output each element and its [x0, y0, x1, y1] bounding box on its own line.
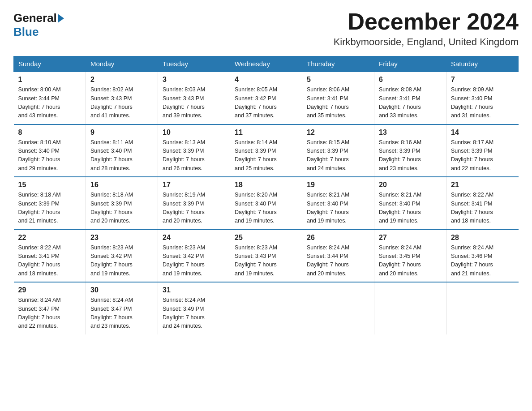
- day-info: Sunrise: 8:24 AM Sunset: 3:47 PM Dayligh…: [90, 296, 153, 331]
- day-number: 16: [90, 181, 153, 189]
- day-info: Sunrise: 8:24 AM Sunset: 3:45 PM Dayligh…: [379, 244, 442, 278]
- day-number: 21: [451, 181, 514, 189]
- day-info: Sunrise: 8:16 AM Sunset: 3:39 PM Dayligh…: [379, 138, 442, 173]
- calendar-day-cell: 5 Sunrise: 8:06 AM Sunset: 3:41 PM Dayli…: [302, 72, 374, 124]
- calendar-day-cell: 10 Sunrise: 8:13 AM Sunset: 3:39 PM Dayl…: [158, 124, 230, 177]
- day-info: Sunrise: 8:02 AM Sunset: 3:43 PM Dayligh…: [90, 86, 153, 120]
- calendar-day-cell: [374, 282, 446, 334]
- day-of-week-header: Friday: [374, 56, 446, 72]
- day-info: Sunrise: 8:13 AM Sunset: 3:39 PM Dayligh…: [163, 138, 225, 173]
- day-number: 27: [379, 234, 442, 242]
- calendar-week-row: 22 Sunrise: 8:22 AM Sunset: 3:41 PM Dayl…: [14, 230, 519, 283]
- calendar-day-cell: 15 Sunrise: 8:18 AM Sunset: 3:39 PM Dayl…: [14, 177, 86, 230]
- calendar-day-cell: 31 Sunrise: 8:24 AM Sunset: 3:49 PM Dayl…: [158, 282, 230, 334]
- day-of-week-header: Wednesday: [230, 56, 302, 72]
- calendar-day-cell: 11 Sunrise: 8:14 AM Sunset: 3:39 PM Dayl…: [230, 124, 302, 177]
- day-info: Sunrise: 8:20 AM Sunset: 3:40 PM Dayligh…: [235, 191, 297, 226]
- day-info: Sunrise: 8:00 AM Sunset: 3:44 PM Dayligh…: [18, 86, 82, 120]
- day-info: Sunrise: 8:23 AM Sunset: 3:42 PM Dayligh…: [163, 244, 225, 278]
- calendar-day-cell: 24 Sunrise: 8:23 AM Sunset: 3:42 PM Dayl…: [158, 230, 230, 283]
- day-info: Sunrise: 8:18 AM Sunset: 3:39 PM Dayligh…: [18, 191, 82, 226]
- logo-arrow-icon: [58, 14, 64, 23]
- day-of-week-header: Saturday: [446, 56, 519, 72]
- day-info: Sunrise: 8:23 AM Sunset: 3:42 PM Dayligh…: [90, 244, 153, 278]
- month-year-title: December 2024: [334, 9, 519, 34]
- calendar-day-cell: [230, 282, 302, 334]
- calendar-day-cell: 29 Sunrise: 8:24 AM Sunset: 3:47 PM Dayl…: [14, 282, 86, 334]
- day-info: Sunrise: 8:22 AM Sunset: 3:41 PM Dayligh…: [18, 244, 82, 278]
- calendar-day-cell: 12 Sunrise: 8:15 AM Sunset: 3:39 PM Dayl…: [302, 124, 374, 177]
- day-number: 13: [379, 128, 442, 137]
- day-of-week-header: Thursday: [302, 56, 374, 72]
- calendar-week-row: 8 Sunrise: 8:10 AM Sunset: 3:40 PM Dayli…: [14, 124, 519, 177]
- calendar-week-row: 29 Sunrise: 8:24 AM Sunset: 3:47 PM Dayl…: [14, 282, 519, 334]
- logo: General Blue: [13, 9, 65, 39]
- day-of-week-header: Monday: [86, 56, 158, 72]
- calendar-day-cell: 27 Sunrise: 8:24 AM Sunset: 3:45 PM Dayl…: [374, 230, 446, 283]
- calendar-day-cell: [446, 282, 519, 334]
- day-number: 8: [18, 128, 82, 137]
- calendar-day-cell: 7 Sunrise: 8:09 AM Sunset: 3:40 PM Dayli…: [446, 72, 519, 124]
- day-info: Sunrise: 8:24 AM Sunset: 3:44 PM Dayligh…: [307, 244, 369, 278]
- day-info: Sunrise: 8:18 AM Sunset: 3:39 PM Dayligh…: [90, 191, 153, 226]
- calendar-day-cell: 2 Sunrise: 8:02 AM Sunset: 3:43 PM Dayli…: [86, 72, 158, 124]
- calendar-table: SundayMondayTuesdayWednesdayThursdayFrid…: [13, 56, 519, 334]
- calendar-day-cell: 23 Sunrise: 8:23 AM Sunset: 3:42 PM Dayl…: [86, 230, 158, 283]
- day-number: 4: [235, 76, 297, 84]
- day-number: 14: [451, 128, 514, 137]
- day-number: 7: [451, 76, 514, 84]
- day-number: 22: [18, 234, 82, 242]
- day-number: 19: [307, 181, 369, 189]
- calendar-day-cell: 20 Sunrise: 8:21 AM Sunset: 3:40 PM Dayl…: [374, 177, 446, 230]
- day-number: 11: [235, 128, 297, 137]
- calendar-day-cell: 21 Sunrise: 8:22 AM Sunset: 3:41 PM Dayl…: [446, 177, 519, 230]
- location-subtitle: Kirkbymoorside, England, United Kingdom: [334, 36, 519, 48]
- calendar-header-row: SundayMondayTuesdayWednesdayThursdayFrid…: [14, 56, 519, 72]
- calendar-day-cell: 22 Sunrise: 8:22 AM Sunset: 3:41 PM Dayl…: [14, 230, 86, 283]
- day-info: Sunrise: 8:21 AM Sunset: 3:40 PM Dayligh…: [307, 191, 369, 226]
- calendar-day-cell: 17 Sunrise: 8:19 AM Sunset: 3:39 PM Dayl…: [158, 177, 230, 230]
- day-info: Sunrise: 8:24 AM Sunset: 3:47 PM Dayligh…: [18, 296, 82, 331]
- day-info: Sunrise: 8:10 AM Sunset: 3:40 PM Dayligh…: [18, 138, 82, 173]
- calendar-day-cell: 28 Sunrise: 8:24 AM Sunset: 3:46 PM Dayl…: [446, 230, 519, 283]
- calendar-day-cell: 13 Sunrise: 8:16 AM Sunset: 3:39 PM Dayl…: [374, 124, 446, 177]
- calendar-day-cell: 18 Sunrise: 8:20 AM Sunset: 3:40 PM Dayl…: [230, 177, 302, 230]
- day-info: Sunrise: 8:05 AM Sunset: 3:42 PM Dayligh…: [235, 86, 297, 120]
- day-info: Sunrise: 8:08 AM Sunset: 3:41 PM Dayligh…: [379, 86, 442, 120]
- day-number: 31: [163, 286, 225, 294]
- day-number: 3: [163, 76, 225, 84]
- calendar-day-cell: 19 Sunrise: 8:21 AM Sunset: 3:40 PM Dayl…: [302, 177, 374, 230]
- header: General Blue December 2024 Kirkbymoorsid…: [13, 9, 519, 48]
- day-info: Sunrise: 8:09 AM Sunset: 3:40 PM Dayligh…: [451, 86, 514, 120]
- day-number: 10: [163, 128, 225, 137]
- calendar-day-cell: 16 Sunrise: 8:18 AM Sunset: 3:39 PM Dayl…: [86, 177, 158, 230]
- day-info: Sunrise: 8:11 AM Sunset: 3:40 PM Dayligh…: [90, 138, 153, 173]
- calendar-day-cell: 8 Sunrise: 8:10 AM Sunset: 3:40 PM Dayli…: [14, 124, 86, 177]
- calendar-day-cell: 1 Sunrise: 8:00 AM Sunset: 3:44 PM Dayli…: [14, 72, 86, 124]
- calendar-day-cell: 30 Sunrise: 8:24 AM Sunset: 3:47 PM Dayl…: [86, 282, 158, 334]
- calendar-day-cell: 3 Sunrise: 8:03 AM Sunset: 3:43 PM Dayli…: [158, 72, 230, 124]
- day-number: 29: [18, 286, 82, 294]
- calendar-day-cell: [302, 282, 374, 334]
- day-info: Sunrise: 8:19 AM Sunset: 3:39 PM Dayligh…: [163, 191, 225, 226]
- calendar-day-cell: 26 Sunrise: 8:24 AM Sunset: 3:44 PM Dayl…: [302, 230, 374, 283]
- day-of-week-header: Sunday: [14, 56, 86, 72]
- day-info: Sunrise: 8:15 AM Sunset: 3:39 PM Dayligh…: [307, 138, 369, 173]
- calendar-day-cell: 25 Sunrise: 8:23 AM Sunset: 3:43 PM Dayl…: [230, 230, 302, 283]
- day-number: 28: [451, 234, 514, 242]
- day-number: 25: [235, 234, 297, 242]
- day-info: Sunrise: 8:21 AM Sunset: 3:40 PM Dayligh…: [379, 191, 442, 226]
- calendar-day-cell: 14 Sunrise: 8:17 AM Sunset: 3:39 PM Dayl…: [446, 124, 519, 177]
- day-number: 23: [90, 234, 153, 242]
- calendar-day-cell: 6 Sunrise: 8:08 AM Sunset: 3:41 PM Dayli…: [374, 72, 446, 124]
- calendar-day-cell: 4 Sunrise: 8:05 AM Sunset: 3:42 PM Dayli…: [230, 72, 302, 124]
- day-number: 26: [307, 234, 369, 242]
- logo-general-text: General: [13, 11, 57, 25]
- day-number: 24: [163, 234, 225, 242]
- day-of-week-header: Tuesday: [158, 56, 230, 72]
- day-info: Sunrise: 8:23 AM Sunset: 3:43 PM Dayligh…: [235, 244, 297, 278]
- day-number: 18: [235, 181, 297, 189]
- calendar-day-cell: 9 Sunrise: 8:11 AM Sunset: 3:40 PM Dayli…: [86, 124, 158, 177]
- day-info: Sunrise: 8:03 AM Sunset: 3:43 PM Dayligh…: [163, 86, 225, 120]
- day-number: 30: [90, 286, 153, 294]
